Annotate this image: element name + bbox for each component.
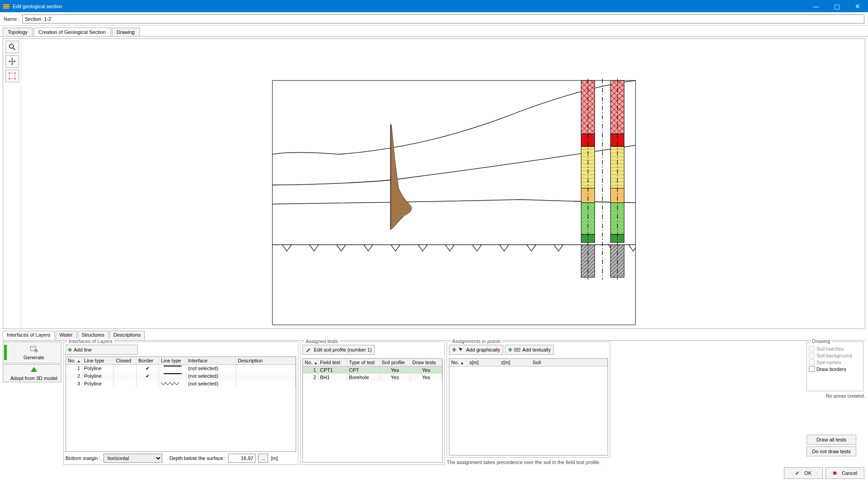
col-linetype2[interactable]: Line type bbox=[159, 357, 186, 364]
pcol-soil[interactable]: Soil bbox=[531, 359, 608, 366]
svg-line-1 bbox=[13, 48, 15, 50]
adopt-button[interactable]: Adopt from 3D model bbox=[3, 364, 61, 382]
pcol-z[interactable]: z[m] bbox=[499, 359, 531, 366]
name-row: Name : bbox=[0, 12, 868, 26]
window-title: Edit geological section bbox=[13, 4, 806, 9]
name-input[interactable] bbox=[22, 14, 864, 23]
assigned-table[interactable]: No. ▲ Field test Type of test Soil profi… bbox=[302, 358, 443, 463]
generate-button[interactable]: Generate bbox=[3, 342, 61, 363]
depth-browse-button[interactable]: ... bbox=[258, 454, 268, 463]
points-title: Assignments in points bbox=[451, 338, 502, 344]
bottom-margin-label: Bottom margin : bbox=[66, 455, 101, 461]
left-action-column: Generate Adopt from 3D model bbox=[3, 342, 61, 465]
adopt-icon bbox=[29, 366, 38, 375]
cursor-icon bbox=[458, 347, 464, 353]
acol-fieldtest[interactable]: Field test bbox=[318, 359, 347, 366]
subtab-descriptions[interactable]: Descriptions bbox=[109, 331, 145, 340]
generate-label: Generate bbox=[24, 355, 44, 360]
edit-icon bbox=[306, 347, 312, 353]
top-tab-bar: Topology Creation of Geological Section … bbox=[0, 26, 868, 37]
app-icon bbox=[3, 4, 10, 9]
svg-point-4 bbox=[14, 72, 15, 74]
table-row[interactable]: 2Polyline✔(not selected) bbox=[66, 372, 296, 380]
edit-soil-profile-button[interactable]: Edit soil profile (number 1) bbox=[302, 345, 375, 355]
table-row[interactable]: 1Polyline✔(not selected) bbox=[66, 365, 296, 372]
do-not-draw-tests-button[interactable]: Do not draw tests bbox=[807, 446, 856, 456]
no-areas-message: No areas created. bbox=[807, 393, 865, 399]
iol-bottom-row: Bottom margin : horizontal Depth below t… bbox=[66, 454, 296, 463]
points-panel: Assignments in points ✚ Add graphically … bbox=[447, 342, 610, 465]
table-row[interactable]: 1CPT1CPTYesYes bbox=[303, 366, 442, 374]
add-line-label: Add line bbox=[74, 347, 92, 352]
assigned-tests-panel: Assigned tests Edit soil profile (number… bbox=[300, 342, 445, 465]
svg-point-6 bbox=[14, 78, 15, 80]
depth-unit: [m] bbox=[271, 455, 278, 461]
pcol-s[interactable]: s[m] bbox=[467, 359, 499, 366]
ok-button[interactable]: ✔ OK bbox=[784, 467, 823, 479]
acol-soilprofile[interactable]: Soil profile bbox=[380, 359, 410, 366]
col-interface[interactable]: Interface bbox=[186, 357, 236, 364]
lower-panel: Interfaces of Layers Water Structures De… bbox=[3, 331, 865, 465]
sub-tab-bar: Interfaces of Layers Water Structures De… bbox=[3, 331, 865, 341]
table-row[interactable]: 2BH1BoreholeYesYes bbox=[303, 374, 442, 381]
close-button[interactable]: ✕ bbox=[847, 0, 868, 12]
zoom-icon bbox=[8, 43, 16, 51]
plus-icon: ✚ bbox=[508, 347, 512, 353]
col-description[interactable]: Description bbox=[236, 357, 296, 364]
add-textually-button[interactable]: ✚ Add textually bbox=[505, 345, 554, 355]
pan-tool[interactable] bbox=[5, 55, 19, 68]
generate-icon bbox=[29, 345, 38, 354]
plus-icon: ✚ bbox=[452, 347, 456, 353]
maximize-button[interactable]: ▢ bbox=[826, 0, 847, 12]
adopt-label: Adopt from 3D model bbox=[10, 375, 57, 381]
col-closed[interactable]: Closed bbox=[114, 357, 137, 364]
canvas-toolbar bbox=[3, 39, 21, 328]
extents-tool[interactable] bbox=[5, 70, 19, 82]
col-no[interactable]: No. ▲ bbox=[66, 357, 82, 364]
acol-drawtests[interactable]: Draw tests bbox=[410, 359, 442, 366]
section-canvas[interactable] bbox=[21, 39, 865, 328]
col-linetype[interactable]: Line type bbox=[82, 357, 114, 364]
acol-no[interactable]: No. ▲ bbox=[303, 359, 318, 366]
chk-soil-background: Soil background bbox=[809, 352, 861, 358]
points-note: The assignment takes precedence over the… bbox=[447, 460, 610, 465]
points-table[interactable]: No. ▲ s[m] z[m] Soil bbox=[449, 358, 608, 455]
depth-input[interactable] bbox=[228, 454, 255, 463]
tab-topology[interactable]: Topology bbox=[3, 28, 33, 36]
drawing-panel-wrap: Drawing Soil hatches Soil background Soi… bbox=[612, 342, 865, 465]
extents-icon bbox=[8, 72, 16, 80]
interfaces-panel: Interfaces of Layers ✚ Add line No. ▲ Li… bbox=[63, 342, 298, 465]
chk-soil-hatches: Soil hatches bbox=[809, 346, 861, 352]
svg-rect-37 bbox=[514, 348, 520, 352]
add-line-button[interactable]: ✚ Add line bbox=[66, 345, 138, 355]
plus-icon: ✚ bbox=[68, 347, 72, 353]
acol-type[interactable]: Type of test bbox=[347, 359, 380, 366]
subtab-interfaces[interactable]: Interfaces of Layers bbox=[3, 331, 55, 340]
add-graphically-button[interactable]: ✚ Add graphically bbox=[449, 345, 503, 355]
tab-drawing[interactable]: Drawing bbox=[112, 28, 140, 36]
titlebar: Edit geological section — ▢ ✕ bbox=[0, 0, 868, 12]
zoom-tool[interactable] bbox=[5, 41, 19, 53]
col-border[interactable]: Border bbox=[137, 357, 159, 364]
draw-all-tests-button[interactable]: Draw all tests bbox=[807, 435, 856, 445]
minimize-button[interactable]: — bbox=[806, 0, 826, 12]
name-label: Name : bbox=[4, 16, 19, 22]
dialog-footer: ✔ OK ✖ Cancel bbox=[0, 465, 868, 481]
table-row[interactable]: 3Polyline(not selected) bbox=[66, 380, 296, 387]
iol-group-title: Interfaces of Layers bbox=[67, 338, 114, 344]
depth-label: Depth below the surface : bbox=[170, 455, 226, 461]
assigned-title: Assigned tests bbox=[304, 338, 340, 344]
svg-point-0 bbox=[9, 44, 13, 48]
pan-icon bbox=[8, 57, 16, 66]
canvas-area bbox=[3, 38, 865, 329]
tab-creation[interactable]: Creation of Geological Section bbox=[33, 28, 111, 36]
svg-point-3 bbox=[9, 72, 10, 74]
bottom-margin-select[interactable]: horizontal bbox=[104, 454, 162, 463]
chk-draw-borders[interactable]: Draw borders bbox=[809, 366, 861, 372]
cancel-button[interactable]: ✖ Cancel bbox=[826, 467, 864, 479]
svg-point-5 bbox=[9, 78, 10, 80]
keyboard-icon bbox=[514, 347, 520, 353]
interfaces-table[interactable]: No. ▲ Line type Closed Border Line type … bbox=[66, 357, 296, 452]
pcol-no[interactable]: No. ▲ bbox=[449, 359, 467, 366]
chk-soil-names: Soil names bbox=[809, 359, 861, 365]
